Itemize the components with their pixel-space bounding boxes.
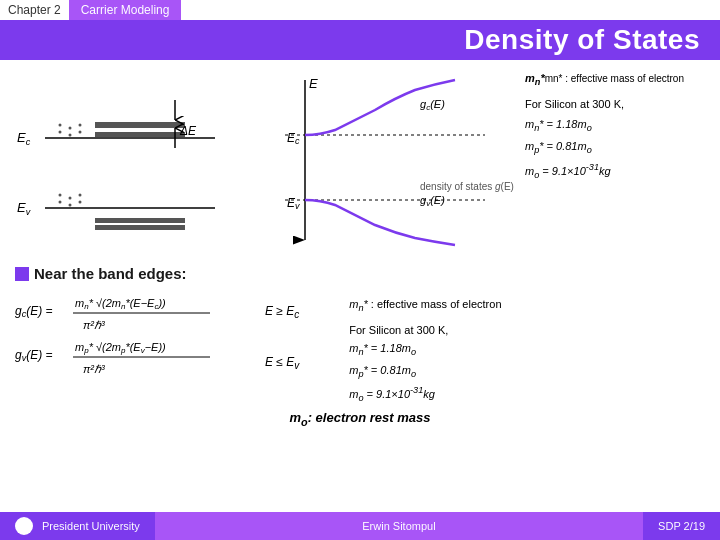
svg-text:Ec: Ec	[287, 131, 300, 146]
svg-text:gc(E) =: gc(E) =	[15, 304, 53, 319]
svg-point-13	[69, 134, 72, 137]
svg-text:Ev: Ev	[287, 196, 300, 211]
svg-text:gv(E) =: gv(E) =	[15, 348, 53, 363]
footer-page: SDP 2/19	[643, 512, 720, 540]
svg-text:gc(E): gc(E)	[420, 98, 445, 112]
band-edges-section: Near the band edges:	[0, 260, 720, 295]
svg-point-14	[79, 131, 82, 134]
section-title: Near the band edges:	[15, 265, 705, 282]
main-diagrams: Ec Ev ΔE	[0, 60, 720, 260]
right-info-block: mn* : effective mass of electron For Sil…	[349, 295, 501, 406]
svg-rect-7	[95, 218, 185, 223]
footer-left-text: President University	[42, 520, 140, 532]
svg-text:ΔE: ΔE	[179, 124, 197, 138]
right-band-diagram: E Ec Ev gc(E) density of states g(E) gv(…	[265, 70, 505, 255]
svg-point-20	[79, 201, 82, 204]
header: Chapter 2 Carrier Modeling	[0, 0, 720, 20]
gc-formula-block: gc(E) = mn* √(2mn*(E−Ec)) π²ℏ³ gv(E) = m…	[15, 295, 245, 388]
purple-bullet	[15, 267, 29, 281]
svg-text:mn* √(2mn*(E−Ec)): mn* √(2mn*(E−Ec))	[75, 297, 166, 311]
carrier-label: Carrier Modeling	[69, 0, 182, 20]
gv-condition: E ≤ Ev	[265, 355, 299, 371]
svg-point-17	[79, 194, 82, 197]
svg-text:density of states g(E): density of states g(E)	[420, 181, 514, 192]
left-ec-label: Ec	[17, 130, 31, 147]
footer-center-text: Erwin Sitompul	[155, 520, 643, 532]
mn-effective-label: mn* : effective mass of electron	[545, 73, 684, 84]
silicon-title: For Silicon at 300 K,	[525, 96, 705, 114]
left-ev-label: Ev	[17, 200, 31, 217]
svg-point-11	[79, 124, 82, 127]
left-band-diagram: Ec Ev ΔE	[15, 70, 255, 255]
svg-rect-3	[95, 132, 185, 137]
footer: President University Erwin Sitompul SDP …	[0, 512, 720, 540]
page-title: Density of States	[0, 20, 720, 60]
svg-text:mp* √(2mp*(Ev−E)): mp* √(2mp*(Ev−E))	[75, 341, 166, 355]
svg-point-12	[59, 131, 62, 134]
svg-text:gv(E): gv(E)	[420, 194, 445, 208]
svg-rect-8	[95, 225, 185, 230]
svg-point-18	[59, 201, 62, 204]
svg-text:π²ℏ³: π²ℏ³	[83, 363, 105, 375]
svg-point-16	[69, 197, 72, 200]
rest-mass-line: mo: electron rest mass	[0, 406, 720, 430]
svg-text:π²ℏ³: π²ℏ³	[83, 319, 105, 331]
svg-point-15	[59, 194, 62, 197]
svg-rect-2	[95, 122, 185, 128]
chapter-label: Chapter 2	[0, 0, 69, 20]
svg-point-10	[69, 127, 72, 130]
svg-point-9	[59, 124, 62, 127]
svg-text:E: E	[309, 76, 318, 91]
info-panel: mn*mn* : effective mass of electron For …	[515, 70, 705, 255]
conditions-block: E ≥ Ec E ≤ Ev	[265, 295, 299, 375]
footer-university: President University	[0, 512, 155, 540]
gc-condition: E ≥ Ec	[265, 304, 299, 320]
formulas-area: gc(E) = mn* √(2mn*(E−Ec)) π²ℏ³ gv(E) = m…	[0, 295, 720, 406]
section-title-text: Near the band edges:	[34, 265, 187, 282]
svg-point-19	[69, 204, 72, 207]
